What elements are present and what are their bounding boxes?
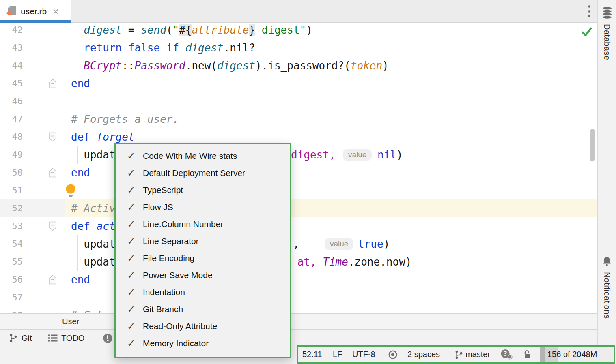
git-branch-icon[interactable] — [454, 347, 463, 362]
check-icon: ✓ — [127, 304, 138, 315]
code-text: return false if digest.nil? — [84, 39, 255, 57]
code-text: updat — [84, 253, 115, 271]
fold-end-marker-icon[interactable] — [49, 275, 56, 285]
line-column-widget[interactable]: 52:11 — [302, 347, 322, 362]
check-icon: ✓ — [127, 236, 138, 247]
fold-start-marker-icon[interactable] — [49, 132, 56, 142]
code-line[interactable]: 48def forget — [0, 128, 597, 146]
code-text-fragment: true) — [358, 235, 390, 253]
line-number: 54 — [0, 235, 23, 253]
code-line[interactable]: 46 — [0, 92, 597, 110]
check-icon: ✓ — [127, 218, 138, 230]
status-bar-widgets-popup: ✓Code With Me Wire stats✓Default Deploym… — [114, 143, 291, 358]
code-line[interactable]: 56end — [0, 271, 597, 289]
popup-menu-item[interactable]: ✓File Encoding — [116, 250, 290, 267]
popup-menu-item[interactable]: ✓Memory Indicator — [116, 335, 290, 352]
fold-end-marker-icon[interactable] — [49, 168, 56, 178]
popup-menu-item[interactable]: ✓Read-Only Attribute — [116, 318, 290, 335]
line-number: 57 — [0, 289, 23, 306]
popup-menu-item[interactable]: ✓Default Deployment Server — [116, 165, 290, 182]
code-text: digest = send("#{attribute}_digest") — [84, 23, 312, 39]
line-number: 43 — [0, 39, 23, 57]
memory-divider — [540, 347, 545, 362]
line-separator-widget[interactable]: LF — [333, 347, 342, 362]
popup-menu-item-label: Indentation — [143, 287, 185, 297]
intention-lightbulb-icon[interactable] — [65, 184, 77, 198]
editor-tab-bar: user.rb — [0, 0, 597, 23]
svg-text:?: ? — [504, 350, 507, 358]
popup-menu-item[interactable]: ✓Git Branch — [116, 301, 290, 318]
cloud-help-gear-icon[interactable]: ? — [500, 347, 513, 362]
bottom-tool-window-bar: Git TODO — [0, 330, 597, 347]
check-icon: ✓ — [127, 201, 138, 213]
line-number: 44 — [0, 57, 23, 75]
popup-menu-item-label: TypeScript — [143, 185, 183, 195]
code-text: end — [71, 164, 90, 182]
indent-guide — [77, 146, 78, 164]
popup-menu-item[interactable]: ✓Power Save Mode — [116, 267, 290, 284]
stripe-item-notifications[interactable]: Notifications — [598, 256, 616, 319]
code-line[interactable]: 58# Sets — [0, 306, 597, 313]
code-text-fragment: _at, Time.zone.now) — [291, 253, 411, 271]
editor[interactable]: 42digest = send("#{attribute}_digest")43… — [0, 23, 597, 313]
popup-menu-item[interactable]: ✓Line Separator — [116, 233, 290, 250]
popup-menu-item[interactable]: ✓Line:Column Number — [116, 216, 290, 233]
fold-start-marker-icon[interactable] — [49, 221, 56, 231]
code-line[interactable]: 55updat_at, Time.zone.now) — [0, 253, 597, 271]
popup-menu-item-label: Flow JS — [143, 202, 173, 212]
code-line[interactable]: 49updatdigest,valuenil) — [0, 146, 597, 164]
code-text: # Forgets a user. — [71, 110, 179, 128]
stripe-label: Notifications — [602, 272, 612, 319]
code-line[interactable]: 52# Activ — [0, 199, 597, 217]
memory-indicator-widget[interactable]: 156 of 2048M — [540, 347, 613, 362]
indent-guide — [77, 253, 78, 271]
indentation-widget[interactable]: 2 spaces — [407, 347, 440, 362]
toolwindow-button-git[interactable]: Git — [9, 330, 32, 347]
tab-user-rb[interactable]: user.rb — [0, 0, 71, 23]
inlay-hint-value: value — [325, 238, 353, 250]
encoding-widget[interactable]: UTF-8 — [352, 347, 375, 362]
popup-menu-item-label: Line:Column Number — [143, 219, 223, 229]
popup-menu-item[interactable]: ✓TypeScript — [116, 182, 290, 199]
check-icon: ✓ — [127, 338, 138, 349]
inspections-ok-icon[interactable] — [581, 27, 592, 37]
right-tool-window-stripe: Database Notifications — [597, 0, 616, 364]
check-icon: ✓ — [127, 184, 138, 196]
unlocked-padlock-icon[interactable] — [523, 347, 532, 362]
eye-icon[interactable] — [388, 347, 398, 362]
popup-menu-item-label: Memory Indicator — [143, 338, 209, 348]
code-line[interactable]: 53def act — [0, 217, 597, 235]
stripe-item-database[interactable]: Database — [598, 6, 616, 60]
popup-menu-item[interactable]: ✓Code With Me Wire stats — [116, 148, 290, 165]
toolwindow-button-todo[interactable]: TODO — [48, 330, 84, 347]
line-number: 50 — [0, 164, 23, 182]
close-icon[interactable] — [52, 8, 59, 15]
scrollbar-thumb[interactable] — [590, 129, 595, 161]
breadcrumb-user[interactable]: User — [62, 314, 79, 329]
check-icon: ✓ — [127, 270, 138, 281]
line-number: 49 — [0, 146, 23, 164]
code-line[interactable]: 54updat,valuetrue) — [0, 235, 597, 253]
code-line[interactable]: 42digest = send("#{attribute}_digest") — [0, 23, 597, 39]
code-line[interactable]: 57 — [0, 289, 597, 306]
code-line[interactable]: 51 — [0, 182, 597, 199]
line-number: 52 — [0, 199, 23, 217]
line-number: 51 — [0, 182, 23, 199]
error-exclamation-icon[interactable] — [103, 333, 113, 343]
memory-text: 156 of 2048M — [547, 347, 597, 362]
fold-end-marker-icon[interactable] — [49, 79, 56, 88]
code-line[interactable]: 45end — [0, 75, 597, 92]
code-line[interactable]: 47# Forgets a user. — [0, 110, 597, 128]
line-number: 42 — [0, 23, 23, 39]
popup-menu-item[interactable]: ✓Indentation — [116, 284, 290, 301]
popup-menu-item-label: Git Branch — [143, 304, 183, 314]
code-line[interactable]: 50end — [0, 164, 597, 182]
code-text: BCrypt::Password.new(digest).is_password… — [84, 57, 388, 75]
code-line[interactable]: 44BCrypt::Password.new(digest).is_passwo… — [0, 57, 597, 75]
code-line[interactable]: 43return false if digest.nil? — [0, 39, 597, 57]
kebab-menu-icon[interactable] — [584, 4, 595, 20]
line-number: 48 — [0, 128, 23, 146]
git-branch-widget[interactable]: master — [465, 347, 490, 362]
popup-menu-item[interactable]: ✓Flow JS — [116, 199, 290, 216]
toolwindow-button-label: Git — [22, 334, 32, 343]
